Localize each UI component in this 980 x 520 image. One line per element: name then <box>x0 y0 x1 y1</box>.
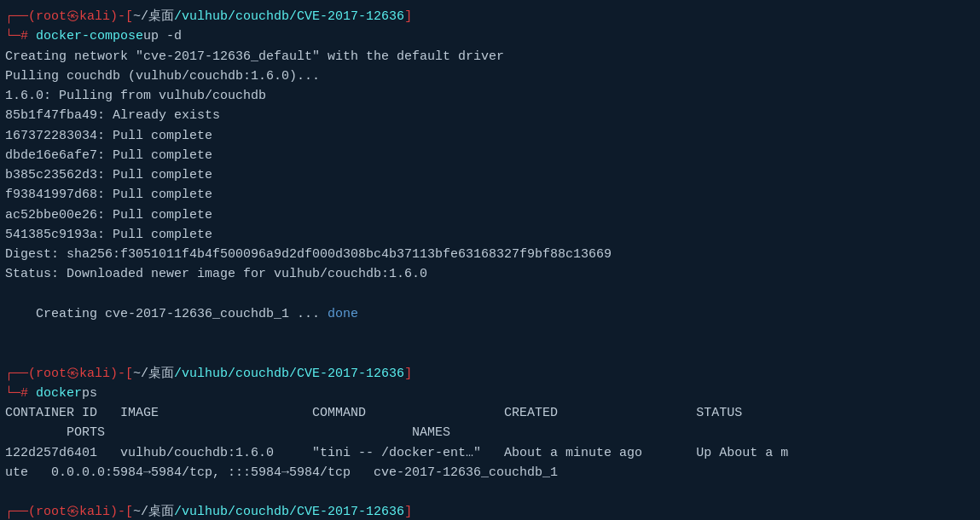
output-line-2: Pulling couchdb (vulhub/couchdb:1.6.0)..… <box>5 66 975 86</box>
output-line-10: 541385c9193a: Pull complete <box>5 225 975 245</box>
output-line-3: 1.6.0: Pulling from vulhub/couchdb <box>5 86 975 106</box>
prompt-bracket-open-2: )-[ <box>110 364 133 384</box>
prompt-path-tilde-1: ~/桌面 <box>133 7 174 26</box>
output-line-11: Digest: sha256:f3051011f4b4f500096a9d2df… <box>5 245 975 264</box>
output-line-6: dbde16e6afe7: Pull complete <box>5 146 975 165</box>
cmd-args-2: ps <box>82 384 97 403</box>
prompt-path-rest-1: /vulhub/couchdb/CVE-2017-12636 <box>174 7 404 26</box>
prompt-bracket-close-1: ] <box>404 7 412 26</box>
prompt-user-1: root <box>36 7 67 26</box>
blank-line-2 <box>5 482 975 502</box>
blank-line-1 <box>5 344 975 363</box>
cmd-prefix-2: └─ <box>5 384 20 403</box>
prompt-at-2: ㉿ <box>67 364 79 384</box>
creating-line: Creating cve-2017-12636_couchdb_1 ... do… <box>5 285 975 344</box>
output-line-7: b385c23562d3: Pull complete <box>5 165 975 185</box>
prompt-host-1: kali <box>79 7 110 26</box>
prompt-bracket-open-1: )-[ <box>110 7 133 26</box>
prompt-host-3: kali <box>79 502 110 520</box>
prompt-path-rest-3: /vulhub/couchdb/CVE-2017-12636 <box>174 502 404 520</box>
cmd-line-2: └─# docker ps <box>5 384 975 403</box>
prompt-bracket-close-3: ] <box>404 502 412 520</box>
prompt-dash-1: ┌──( <box>5 7 36 26</box>
prompt-at-1: ㉿ <box>67 7 79 26</box>
prompt-bracket-open-3: )-[ <box>110 502 133 520</box>
prompt-dash-2: ┌──( <box>5 364 36 384</box>
prompt-line-1: ┌──(root㉿kali)-[~/桌面/vulhub/couchdb/CVE-… <box>5 7 975 26</box>
prompt-at-3: ㉿ <box>67 502 79 520</box>
table-header: CONTAINER ID IMAGE COMMAND CREATED STATU… <box>5 403 975 423</box>
output-line-9: ac52bbe00e26: Pull complete <box>5 205 975 225</box>
output-line-5: 167372283034: Pull complete <box>5 126 975 146</box>
table-ports-names: PORTS NAMES <box>5 423 975 442</box>
output-line-8: f93841997d68: Pull complete <box>5 185 975 205</box>
prompt-line-3: ┌──(root㉿kali)-[~/桌面/vulhub/couchdb/CVE-… <box>5 502 975 520</box>
prompt-dash-3: ┌──( <box>5 502 36 520</box>
table-row1-ports: ute 0.0.0.0:5984→5984/tcp, :::5984→5984/… <box>5 463 975 482</box>
creating-prefix: Creating cve-2017-12636_couchdb_1 ... <box>36 307 328 321</box>
prompt-path-rest-2: /vulhub/couchdb/CVE-2017-12636 <box>174 364 404 384</box>
prompt-user-2: root <box>36 364 67 384</box>
done-text: done <box>328 307 358 321</box>
cmd-hash-1: # <box>20 26 28 46</box>
table-row1-main: 122d257d6401 vulhub/couchdb:1.6.0 "tini … <box>5 443 975 463</box>
cmd-hash-2: # <box>20 384 28 403</box>
terminal-window: ┌──(root㉿kali)-[~/桌面/vulhub/couchdb/CVE-… <box>0 0 980 520</box>
prompt-host-2: kali <box>79 364 110 384</box>
prompt-user-3: root <box>36 502 67 520</box>
cmd-args-1: up -d <box>143 26 182 46</box>
prompt-path-tilde-2: ~/桌面 <box>133 364 174 384</box>
prompt-bracket-close-2: ] <box>404 364 412 384</box>
output-line-4: 85b1f47fba49: Already exists <box>5 106 975 125</box>
output-line-12: Status: Downloaded newer image for vulhu… <box>5 264 975 284</box>
cmd-name-1: docker-compose <box>36 26 143 46</box>
output-line-1: Creating network "cve-2017-12636_default… <box>5 47 975 66</box>
prompt-line-2: ┌──(root㉿kali)-[~/桌面/vulhub/couchdb/CVE-… <box>5 364 975 384</box>
cmd-line-1: └─# docker-compose up -d <box>5 26 975 46</box>
prompt-path-tilde-3: ~/桌面 <box>133 502 174 520</box>
cmd-prefix-1: └─ <box>5 26 20 46</box>
cmd-name-2: docker <box>36 384 82 403</box>
